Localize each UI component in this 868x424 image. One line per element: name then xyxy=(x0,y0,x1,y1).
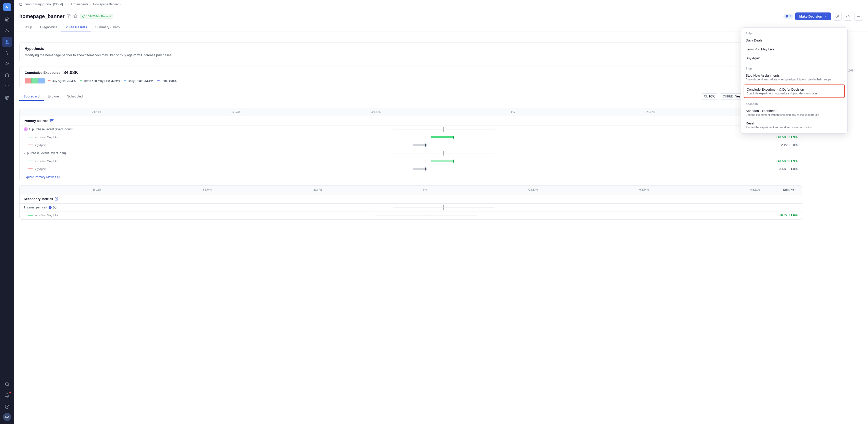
breadcrumb-homepage-banner[interactable]: Homepage Banner xyxy=(93,3,122,6)
edit-secondary-metrics-icon[interactable] xyxy=(55,197,58,201)
sidebar-item-team[interactable] xyxy=(2,59,12,69)
sec-metric-1-iyml-svg xyxy=(90,213,762,218)
copy-icon[interactable] xyxy=(67,14,71,19)
metric-1-name-row: L 1. purchase_event (event_count) xyxy=(20,125,802,133)
axis-label-2: -29.37% xyxy=(371,111,381,114)
scorecard-tab-scheduled[interactable]: Scheduled xyxy=(63,92,87,101)
sidebar-item-help[interactable] xyxy=(2,402,12,412)
metric-2-name-row: 2. purchase_event (event_dau) xyxy=(20,149,802,157)
exposures-header: Cumulative Exposures 34.03K xyxy=(25,70,797,75)
dropdown-abandon-experiment[interactable]: Abandon Experiment End the experiment wi… xyxy=(741,107,847,119)
sidebar-item-home[interactable] xyxy=(2,14,12,24)
secondary-axis-header: -88.11% -58.74% -29.37% 0% +29.37% +58.7… xyxy=(20,185,802,194)
sidebar-item-person[interactable] xyxy=(2,26,12,36)
svg-rect-31 xyxy=(453,135,454,139)
scorecard-tab-explore[interactable]: Explore xyxy=(44,92,63,101)
metric-1-ba-value: -2.1% ±9.8% xyxy=(762,143,798,147)
scorecard-tab-bar: Scorecard Explore Scheduled CI: 95% CUPE… xyxy=(19,92,802,101)
sidebar-item-bell[interactable] xyxy=(2,390,12,401)
variant-iyml-dot-2 xyxy=(28,160,33,161)
sidebar-logo[interactable] xyxy=(3,3,11,11)
svg-rect-42 xyxy=(425,168,426,171)
metric-2-group: 2. purchase_event (event_dau) xyxy=(20,149,802,173)
stop-section-label: Stop xyxy=(741,65,847,71)
breadcrumb-experiments[interactable]: Experiments xyxy=(71,3,88,6)
make-decision-button[interactable]: Make Decision xyxy=(795,12,831,20)
date-range-badge: 10/8/2024 - Present xyxy=(80,14,113,19)
svg-rect-33 xyxy=(413,144,427,146)
buy-again-title: Buy Again xyxy=(746,56,843,60)
dropdown-stop-new-assignments[interactable]: Stop New Assignments Analysis continues,… xyxy=(741,71,847,84)
metric-1-ba-svg xyxy=(90,143,762,147)
variant-iyml-text-1: Items You May Like xyxy=(34,135,58,139)
delta-dropdown[interactable]: Delta % xyxy=(762,188,798,192)
metric-2-iyml-value: +43.5% ±11.9% xyxy=(762,159,798,163)
metric-1-ba-label: Buy Again xyxy=(24,144,90,147)
avatar[interactable]: DZ xyxy=(3,413,11,421)
axis-label-4: +29.37% xyxy=(645,111,655,114)
sec-metric-1-iyml-val: +6.0% ±1.6% xyxy=(779,214,798,217)
tab-summary[interactable]: Summary (Draft) xyxy=(91,23,124,32)
sidebar-item-font[interactable] xyxy=(2,82,12,92)
filter-cuped[interactable]: CUPED: Yes xyxy=(720,93,743,99)
add-icon[interactable] xyxy=(53,206,57,209)
scorecard-tabs-group: Scorecard Explore Scheduled xyxy=(19,92,87,101)
sidebar-item-search[interactable] xyxy=(2,379,12,389)
variant-iyml-2: Items You May Like xyxy=(24,159,90,163)
dropdown-conclude-defer[interactable]: Conclude Experiment & Defer Decision Con… xyxy=(744,85,845,98)
axis-label-0: -88.11% xyxy=(92,111,101,114)
secondary-metric-1-svg xyxy=(90,205,798,210)
chevron-down-btn-icon xyxy=(824,15,827,18)
legend-label-items: Items You May Like xyxy=(84,79,110,83)
edit-primary-metrics-icon[interactable] xyxy=(50,119,54,122)
svg-rect-41 xyxy=(413,168,427,170)
more-button[interactable] xyxy=(854,12,863,21)
sidebar-item-chart[interactable] xyxy=(2,48,12,58)
filter-ci[interactable]: CI: 95% xyxy=(701,93,718,99)
legend-pct-buy-again: 33.3% xyxy=(67,79,75,83)
sidebar-item-globe[interactable] xyxy=(2,93,12,103)
tab-setup[interactable]: Setup xyxy=(19,23,36,32)
exposures-mini-chart xyxy=(25,78,45,85)
variant-ba-dot-1 xyxy=(28,145,33,145)
metric-2-label: 2. purchase_event (event_dau) xyxy=(24,151,90,155)
explore-primary-metrics-link[interactable]: Explore Primary Metrics xyxy=(20,173,802,181)
dropdown-items-may-like[interactable]: Items You May Like xyxy=(741,45,847,54)
legend-label-buy-again: Buy Again xyxy=(52,79,66,83)
history-button[interactable] xyxy=(833,12,841,21)
help-icon xyxy=(5,404,9,409)
ship-section-label: Ship xyxy=(741,30,847,36)
main-content: Demo: Swaggr Retail [Cloud] / Experiment… xyxy=(14,0,868,424)
breadcrumb-sep1: / xyxy=(68,3,69,6)
breadcrumb-folder[interactable]: Demo: Swaggr Retail [Cloud] xyxy=(19,3,66,6)
folder-icon xyxy=(19,3,22,6)
reviewer-count-badge[interactable]: ✓ 3 xyxy=(783,14,793,19)
dropdown-daily-deals[interactable]: Daily Deals xyxy=(741,36,847,45)
sec-axis-2: -29.37% xyxy=(313,188,322,191)
explore-primary-label: Explore Primary Metrics xyxy=(24,175,56,179)
legend-dot-items xyxy=(80,81,82,81)
sidebar-item-layers[interactable] xyxy=(2,70,12,81)
reviewer-count-label: 3 xyxy=(789,14,791,18)
hypothesis-card: Hypothesis Modifying the homepage banner… xyxy=(19,42,802,62)
chevron-down-icon xyxy=(64,3,66,6)
header-actions: ✓ 3 Make Decision xyxy=(783,12,863,21)
legend-pct-daily: 33.1% xyxy=(145,79,153,83)
dropdown-reset[interactable]: Reset Restart the experiment and randomi… xyxy=(741,119,847,131)
beaker-icon xyxy=(5,39,9,44)
svg-rect-30 xyxy=(431,136,454,138)
sec-axis-5: +58.74% xyxy=(639,188,649,191)
font-icon xyxy=(5,84,9,89)
dropdown-buy-again[interactable]: Buy Again xyxy=(741,54,847,63)
tab-pulse-results[interactable]: Pulse Results xyxy=(61,23,91,32)
scorecard-tab-scorecard[interactable]: Scorecard xyxy=(19,92,44,101)
tab-diagnostics[interactable]: Diagnostics xyxy=(36,23,61,32)
star-icon[interactable] xyxy=(73,14,78,19)
sidebar-item-experiment[interactable] xyxy=(2,37,12,47)
metric-1-iyml-label: Items You May Like xyxy=(24,135,90,139)
page-title-row: homepage_banner 10/8/2024 - Present xyxy=(19,13,113,19)
layers-icon xyxy=(5,73,9,78)
breadcrumb: Demo: Swaggr Retail [Cloud] / Experiment… xyxy=(14,0,868,9)
code-button[interactable] xyxy=(844,12,852,21)
abandon-desc: End the experiment without shipping any … xyxy=(746,113,843,116)
